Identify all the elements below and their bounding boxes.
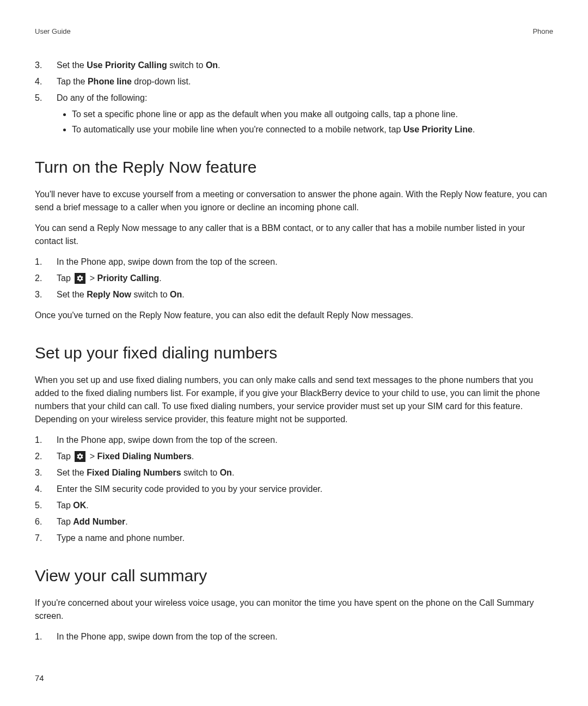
step-item: 5.Do any of the following: [35,92,553,105]
body-paragraph: If you're concerned about your wireless … [35,597,553,623]
step-number: 2. [35,272,57,285]
step-bullets: To set a specific phone line or app as t… [35,108,553,136]
gear-icon [75,273,85,284]
intro-steps: 3.Set the Use Priority Calling switch to… [35,59,553,136]
step-item: 4.Enter the SIM security code provided t… [35,483,553,496]
bold-text: Add Number [73,517,125,526]
bold-text: Reply Now [87,290,131,299]
bold-text: Phone line [88,77,132,86]
steps-list: 1.In the Phone app, swipe down from the … [35,434,553,545]
sections-container: Turn on the Reply Now featureYou'll neve… [35,155,553,643]
bullet-item: To automatically use your mobile line wh… [72,123,553,136]
step-content: In the Phone app, swipe down from the to… [57,434,553,447]
step-content: Tap OK. [57,499,553,512]
step-number: 1. [35,630,57,643]
step-content: Tap > Priority Calling. [57,272,553,285]
body-paragraph: When you set up and use fixed dialing nu… [35,374,553,426]
step-item: 4.Tap the Phone line drop-down list. [35,75,553,88]
step-item: 6.Tap Add Number. [35,515,553,528]
bold-text: OK [73,501,86,510]
step-number: 6. [35,515,57,528]
step-item: 3.Set the Reply Now switch to On. [35,288,553,301]
document-page: User Guide Phone 3.Set the Use Priority … [0,0,588,706]
step-item: 1.In the Phone app, swipe down from the … [35,630,553,643]
step-item: 3.Set the Fixed Dialing Numbers switch t… [35,466,553,479]
step-item: 1.In the Phone app, swipe down from the … [35,255,553,269]
bullet-item: To set a specific phone line or app as t… [72,108,553,121]
step-content: Set the Reply Now switch to On. [57,288,553,301]
bold-text: Use Priority Line [403,125,473,134]
step-item: 1.In the Phone app, swipe down from the … [35,434,553,447]
step-content: Set the Fixed Dialing Numbers switch to … [57,466,553,479]
step-number: 1. [35,255,57,269]
step-number: 3. [35,59,57,72]
section-heading-reply-now: Turn on the Reply Now feature [35,155,553,179]
step-content: Enter the SIM security code provided to … [57,483,553,496]
step-number: 3. [35,466,57,479]
bold-text: On [220,468,232,477]
step-number: 3. [35,288,57,301]
step-number: 2. [35,450,57,463]
step-content: Tap > Fixed Dialing Numbers. [57,450,553,463]
step-number: 7. [35,532,57,545]
step-number: 4. [35,483,57,496]
step-content: Tap the Phone line drop-down list. [57,75,553,88]
step-item: 3.Set the Use Priority Calling switch to… [35,59,553,72]
section-heading-call-summary: View your call summary [35,563,553,588]
bold-text: On [206,60,218,70]
gear-icon [75,451,85,462]
step-number: 5. [35,92,57,105]
step-content: In the Phone app, swipe down from the to… [57,630,553,643]
step-number: 4. [35,75,57,88]
step-content: Do any of the following: [57,92,553,105]
step-item: 2.Tap > Priority Calling. [35,272,553,285]
bold-text: Use Priority Calling [87,60,167,70]
step-number: 5. [35,499,57,512]
steps-list: 1.In the Phone app, swipe down from the … [35,630,553,643]
step-item: 7.Type a name and phone number. [35,532,553,545]
bold-text: Fixed Dialing Numbers [97,452,191,461]
body-paragraph: Once you've turned on the Reply Now feat… [35,309,553,322]
header-right: Phone [532,26,553,37]
header-left: User Guide [35,26,71,37]
step-content: In the Phone app, swipe down from the to… [57,255,553,269]
body-paragraph: You'll never have to excuse yourself fro… [35,188,553,214]
step-content: Set the Use Priority Calling switch to O… [57,59,553,72]
bold-text: Fixed Dialing Numbers [87,468,181,477]
page-number: 74 [35,672,44,685]
step-content: Tap Add Number. [57,515,553,528]
step-item: 2.Tap > Fixed Dialing Numbers. [35,450,553,463]
step-content: Type a name and phone number. [57,532,553,545]
bold-text: On [170,290,182,299]
step-item: 5.Tap OK. [35,499,553,512]
steps-list: 1.In the Phone app, swipe down from the … [35,255,553,301]
bold-text: Priority Calling [97,273,159,283]
running-header: User Guide Phone [35,26,553,37]
body-paragraph: You can send a Reply Now message to any … [35,222,553,248]
step-number: 1. [35,434,57,447]
section-heading-fixed-dialing: Set up your fixed dialing numbers [35,340,553,365]
